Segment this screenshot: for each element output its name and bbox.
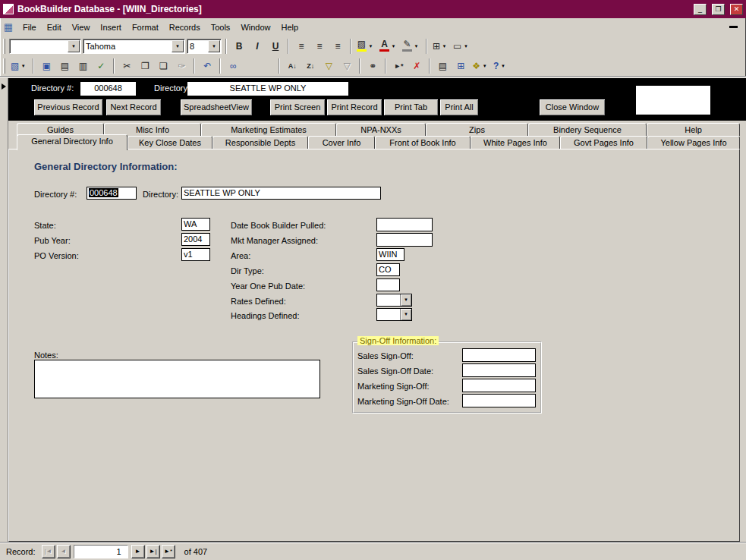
tab-yellow-pages-info[interactable]: Yellow Pages Info [647,136,740,149]
print-button[interactable]: ▤ [56,58,73,74]
font-combo[interactable]: Tahoma ▼ [83,39,185,54]
menu-records[interactable]: Records [164,21,206,33]
tab-front-of-book-info[interactable]: Front of Book Info [375,136,471,149]
italic-button[interactable]: I [249,38,266,54]
menu-edit[interactable]: Edit [42,21,67,33]
mkt-manager-assigned-field[interactable] [376,233,433,247]
tab-responsible-depts[interactable]: Responsible Depts [212,136,308,149]
headings-defined-arrow-icon[interactable]: ▼ [400,309,411,320]
help-arrow-icon[interactable]: ▼ [499,64,507,68]
database-window-button[interactable]: ⊞ [452,58,469,74]
current-record-input[interactable]: 1 [74,545,128,558]
notes-field[interactable] [34,360,320,398]
object-combo-arrow-icon[interactable]: ▼ [68,40,80,52]
print-record-button[interactable]: Print Record [326,99,382,116]
sort-descending-button[interactable]: Z↓ [302,58,319,74]
headings-defined-combo[interactable]: ▼ [376,308,412,321]
menu-window[interactable]: Window [235,21,275,33]
special-effect-button[interactable]: ▭ ▼ [452,38,471,54]
filter-by-selection-button[interactable]: ▽ [320,58,337,74]
menu-help[interactable]: Help [276,21,304,33]
toolbar-grip[interactable] [3,39,5,54]
font-color-arrow-icon[interactable]: ▼ [389,44,398,49]
directory-number-field[interactable]: 000648 [87,187,137,200]
tab-cover-info[interactable]: Cover Info [308,136,375,149]
font-size-combo-arrow-icon[interactable]: ▼ [208,40,220,52]
pub-year-field[interactable]: 2004 [181,233,210,246]
next-record-nav-button[interactable]: ► [131,545,145,558]
tab-marketing-estimates[interactable]: Marketing Estimates [201,123,336,136]
font-size-combo[interactable]: 8 ▼ [187,39,222,54]
toolbar-grip[interactable] [3,58,5,74]
first-record-button[interactable]: |◄ [42,545,55,558]
line-color-button[interactable]: ✎ ▼ [401,38,422,54]
apply-filter-button[interactable]: ▽ [338,58,355,74]
object-combo[interactable]: ▼ [9,39,81,54]
view-button[interactable]: ▧ ▼ [9,58,29,74]
paste-button[interactable]: ❏ [155,58,172,74]
menu-insert[interactable]: Insert [95,21,127,33]
record-selector-bar[interactable] [0,78,8,542]
directory-field[interactable]: SEATTLE WP ONLY [181,187,381,200]
tab-govt-pages-info[interactable]: Govt Pages Info [560,136,647,149]
date-book-builder-pulled-field[interactable] [376,218,433,231]
format-painter-button[interactable]: ✑ [173,58,190,74]
sort-ascending-button[interactable]: A↓ [284,58,301,74]
previous-record-nav-button[interactable]: ◄ [57,545,71,558]
rates-defined-combo[interactable]: ▼ [376,294,412,307]
band-directory-number-field[interactable]: 000648 [80,82,136,96]
tab-general-directory-info[interactable]: General Directory Info [17,134,127,150]
sales-sign-off-date-field[interactable] [462,363,536,377]
tab-npa-nxxs[interactable]: NPA-NXXs [336,123,426,136]
po-version-field[interactable]: v1 [181,248,210,261]
tab-zips[interactable]: Zips [426,123,528,136]
sales-sign-off-field[interactable] [462,348,536,362]
close-window-button[interactable]: Close Window [539,99,606,116]
new-record-button[interactable]: ►* [390,58,407,74]
print-all-button[interactable]: Print All [439,99,479,116]
previous-record-button[interactable]: Previous Record [33,99,103,116]
menu-tools[interactable]: Tools [206,21,236,33]
line-border-width-button[interactable]: ⊞ ▼ [431,38,450,54]
marketing-sign-off-field[interactable] [462,379,536,392]
next-record-button[interactable]: Next Record [105,99,162,116]
help-button[interactable]: ? ▼ [492,58,508,74]
special-effect-arrow-icon[interactable]: ▼ [461,44,470,49]
insert-hyperlink-button[interactable]: ∞ [225,58,241,74]
tab-key-close-dates[interactable]: Key Close Dates [127,136,212,149]
fill-color-arrow-icon[interactable]: ▼ [367,44,375,49]
minimize-button[interactable]: _ [694,4,707,15]
properties-button[interactable]: ▤ [434,58,451,74]
marketing-sign-off-date-field[interactable] [462,394,536,407]
spreadsheet-view-button[interactable]: SpreadsheetView [180,99,253,116]
menu-file[interactable]: File [17,21,42,33]
align-left-icon[interactable]: ≡ [293,38,310,54]
delete-record-button[interactable]: ✗ [408,58,425,74]
line-border-arrow-icon[interactable]: ▼ [440,44,449,49]
bold-button[interactable]: B [231,38,247,54]
new-object-arrow-icon[interactable]: ▼ [480,64,489,68]
mdi-child-minimize-icon[interactable] [729,26,738,28]
print-preview-button[interactable]: ▥ [74,58,91,74]
align-right-icon[interactable]: ≡ [329,38,346,54]
font-combo-arrow-icon[interactable]: ▼ [172,40,184,52]
undo-button[interactable]: ↶ [199,58,216,74]
rates-defined-arrow-icon[interactable]: ▼ [400,294,411,306]
tab-white-pages-info[interactable]: White Pages Info [471,136,560,149]
print-tab-button[interactable]: Print Tab [383,99,439,116]
menu-format[interactable]: Format [127,21,164,33]
close-button[interactable]: ✕ [730,4,743,15]
restore-button[interactable]: ❐ [712,4,725,15]
view-arrow-icon[interactable]: ▼ [19,64,27,68]
save-button[interactable]: ▣ [38,58,55,74]
area-field[interactable]: WIIN [376,248,404,261]
new-record-nav-button[interactable]: ►* [162,545,175,558]
underline-button[interactable]: U [267,38,284,54]
state-field[interactable]: WA [181,218,210,231]
spelling-button[interactable]: ✓ [93,58,109,74]
band-directory-field[interactable]: SEATTLE WP ONLY [187,82,348,96]
new-object-button[interactable]: ❖ ▼ [471,58,490,74]
print-screen-button[interactable]: Print Screen [269,99,326,116]
font-color-button[interactable]: A ▼ [378,38,399,54]
line-color-arrow-icon[interactable]: ▼ [412,44,420,49]
